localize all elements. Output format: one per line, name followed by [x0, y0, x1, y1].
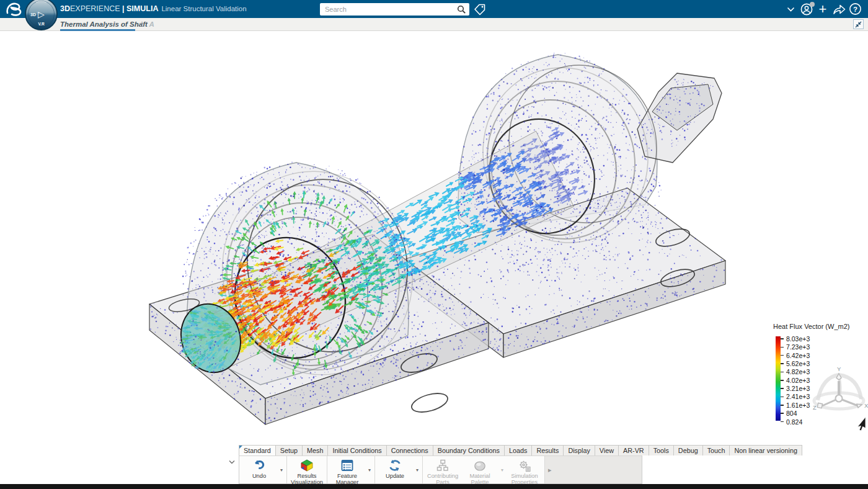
- ribbon-tab-standard[interactable]: Standard: [239, 445, 276, 455]
- ribbon-tab-display[interactable]: Display: [563, 445, 595, 455]
- ribbon-tab-tools[interactable]: Tools: [649, 445, 674, 455]
- ribbon-button-label: Update: [386, 473, 404, 479]
- ribbon-tab-connections[interactable]: Connections: [386, 445, 433, 455]
- ribbon-button-results-visualization[interactable]: Results Visualization: [288, 457, 326, 483]
- legend-tick-row: 804: [781, 410, 797, 417]
- ribbon-tab-touch[interactable]: Touch: [702, 445, 730, 455]
- new-tab-button[interactable]: +: [138, 19, 146, 28]
- search-icon[interactable]: [453, 3, 469, 16]
- ribbon-tab-results[interactable]: Results: [531, 445, 564, 455]
- legend-tick: [781, 388, 784, 389]
- legend-value: 1.61e+3: [786, 402, 810, 409]
- brand-app-name: SIMULIA: [126, 4, 158, 13]
- legend-tick-row: 4.82e+3: [781, 368, 810, 375]
- help-icon[interactable]: ?: [847, 1, 863, 17]
- legend-tick: [781, 397, 784, 398]
- search-box[interactable]: [320, 3, 469, 16]
- legend-tick-row: 5.62e+3: [781, 360, 810, 367]
- brand-title: 3DEXPERIENCE | SIMULIALinear Structural …: [60, 0, 247, 18]
- ribbon-button-label: Undo: [252, 473, 266, 479]
- undo-icon: [252, 459, 266, 472]
- legend-tick-row: 8.03e+3: [781, 335, 810, 343]
- ribbon-tab-boundary-conditions[interactable]: Boundary Conditions: [433, 445, 505, 455]
- ribbon-tab-mesh[interactable]: Mesh: [302, 445, 328, 455]
- ribbon-button-simulation-properties: Simulation Properties: [506, 457, 543, 483]
- legend-tick: [781, 347, 784, 348]
- legend-tick: [781, 372, 784, 373]
- ribbon-tab-setup[interactable]: Setup: [275, 445, 303, 455]
- ribbon-tab-initial-conditions[interactable]: Initial Conditions: [327, 445, 386, 455]
- legend-tick-row: 6.42e+3: [781, 352, 810, 359]
- ribbon-button-feature-manager[interactable]: Feature Manager: [329, 457, 366, 483]
- 3d-compass[interactable]: 3D ▷ V.R: [25, 0, 58, 30]
- tag-icon[interactable]: [473, 2, 487, 16]
- simulation-properties-icon: [518, 459, 531, 472]
- legend-tick: [781, 405, 784, 406]
- dropdown-caret-icon-update[interactable]: ▾: [414, 457, 421, 483]
- legend-value: 7.23e+3: [786, 343, 810, 351]
- document-tab-title: Thermal Analysis of Shaft: [60, 20, 148, 28]
- ribbon-button-update[interactable]: Update: [376, 457, 414, 483]
- ribbon-overflow-arrow-icon[interactable]: ▸: [548, 466, 552, 474]
- ribbon-tab-loads[interactable]: Loads: [504, 445, 532, 455]
- ribbon-panel: Undo▾Results VisualizationFeature Manage…: [239, 455, 642, 484]
- ribbon-tab-ar-vr[interactable]: AR-VR: [618, 445, 649, 455]
- collapse-window-icon[interactable]: [853, 19, 864, 29]
- legend-value: 4.02e+3: [786, 377, 810, 384]
- share-icon[interactable]: [831, 1, 847, 17]
- ribbon-button-undo[interactable]: Undo: [241, 457, 278, 483]
- ribbon-tab-strip: StandardSetupMeshInitial ConditionsConne…: [239, 445, 802, 455]
- ribbon-tab-non-linear-versioning[interactable]: Non linear versioning: [729, 445, 802, 455]
- legend-value: 2.41e+3: [786, 393, 810, 400]
- legend-tick: [781, 363, 784, 364]
- brand-separator: |: [120, 4, 126, 13]
- user-badge: [810, 2, 815, 7]
- legend-tick-row: 7.23e+3: [781, 343, 810, 351]
- legend-tick-row: 0.824: [781, 418, 802, 426]
- legend-value: 8.03e+3: [786, 335, 810, 343]
- search-input[interactable]: [320, 6, 453, 13]
- mouse-cursor: [856, 416, 868, 431]
- ribbon-tab-debug[interactable]: Debug: [673, 445, 703, 455]
- update-icon: [388, 459, 402, 472]
- 3ds-logo[interactable]: [2, 1, 26, 17]
- legend-tick: [781, 413, 784, 414]
- legend-value: 6.42e+3: [786, 352, 810, 359]
- legend-title: Heat Flux Vector (W_m2): [773, 323, 866, 330]
- legend-tick-row: 2.41e+3: [781, 393, 810, 400]
- application-window: Heat Flux Vector (W_m2) 8.03e+37.23e+36.…: [0, 0, 868, 489]
- results-visualization-icon: [300, 459, 314, 472]
- legend-value: 4.82e+3: [786, 368, 810, 375]
- ribbon-button-material-palette: Material Palette: [461, 457, 498, 483]
- legend-value: 3.21e+3: [786, 385, 810, 392]
- material-palette-icon: [473, 459, 487, 472]
- dropdown-caret-icon-feature-manager[interactable]: ▾: [366, 457, 373, 483]
- ribbon-overflow-area: ▸: [545, 456, 642, 483]
- top-app-bar: 3DEXPERIENCE | SIMULIALinear Structural …: [0, 0, 868, 18]
- dropdown-caret-icon-material-palette: ▾: [498, 457, 506, 483]
- brand-experience: EXPERIENCE: [70, 4, 120, 13]
- legend-value: 804: [786, 410, 797, 417]
- action-ribbon: StandardSetupMeshInitial ConditionsConne…: [226, 445, 802, 484]
- legend-tick: [781, 338, 784, 339]
- add-content-icon[interactable]: +: [815, 1, 831, 17]
- legend-value: 5.62e+3: [786, 360, 810, 367]
- ribbon-group: Update▾: [375, 456, 423, 483]
- legend-value: 0.824: [786, 418, 802, 426]
- document-tab-suffix: A: [149, 20, 154, 28]
- legend-tick-row: 4.02e+3: [781, 377, 810, 384]
- axis-triad[interactable]: Y X Z: [810, 366, 868, 423]
- 3d-viewport-scene[interactable]: [0, 0, 868, 489]
- contributing-parts-icon: [436, 459, 450, 472]
- compass-vr-label: V.R: [38, 22, 45, 26]
- user-account-icon[interactable]: [799, 1, 815, 17]
- brand-3d: 3D: [60, 4, 70, 13]
- ribbon-tab-view[interactable]: View: [595, 445, 619, 455]
- chevron-down-icon[interactable]: [782, 1, 799, 17]
- dropdown-caret-icon-undo[interactable]: ▾: [278, 457, 285, 483]
- legend-tick: [781, 380, 784, 381]
- legend-tick: [781, 355, 784, 356]
- ribbon-collapse-chevron-icon[interactable]: [227, 457, 237, 466]
- triad-x-label: X: [864, 402, 868, 409]
- compass-play-glyph: ▷: [38, 9, 45, 19]
